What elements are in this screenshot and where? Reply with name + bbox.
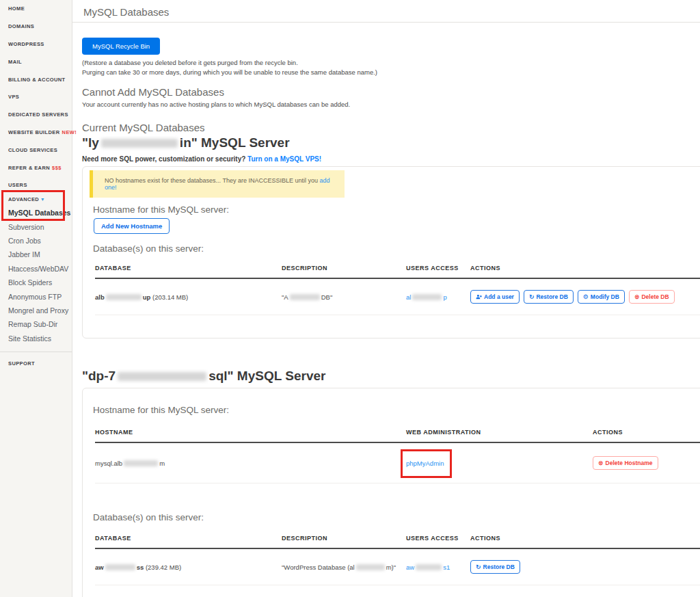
add-new-hostname-button[interactable]: Add New Hostname	[94, 218, 170, 234]
delete-hostname-button[interactable]: ⊗ Delete Hostname	[593, 456, 658, 470]
sidebar-item-website-builder[interactable]: WEBSITE BUILDERNEW!	[0, 124, 72, 142]
add-a-user-button[interactable]: Add a user	[470, 290, 520, 304]
redacted-text	[118, 372, 206, 381]
sidebar-item-anonymous-ftp[interactable]: Anonymous FTP	[0, 289, 72, 303]
sidebar-item-jabber-im[interactable]: Jabber IM	[0, 248, 72, 261]
recycle-note: (Restore a database you deleted before i…	[82, 58, 700, 77]
server2-name: "dp-7sql" MySQL Server	[82, 369, 700, 384]
redacted-text	[106, 294, 142, 300]
add-user-icon	[476, 294, 482, 300]
mysql-vps-link[interactable]: Turn on a MySQL VPS!	[247, 155, 321, 163]
restore-db-button[interactable]: ↻ Restore DB	[470, 560, 520, 574]
sidebar-item-wordpress[interactable]: WORDPRESS	[0, 36, 72, 53]
actions-cell: Add a user ↻ Restore DB ⚙ Modify DB ⊗	[470, 279, 700, 315]
restore-db-button[interactable]: ↻ Restore DB	[524, 290, 574, 304]
sidebar-item-domains[interactable]: DOMAINS	[0, 18, 72, 36]
sidebar-item-remap-sub-dir[interactable]: Remap Sub-Dir	[0, 317, 72, 331]
cannot-add-title: Cannot Add MySQL Databases	[82, 86, 700, 98]
table-header-row: HOSTNAME WEB ADMINISTRATION ACTIONS	[95, 426, 700, 443]
cannot-add-body: Your account currently has no active hos…	[82, 101, 700, 108]
redacted-text	[416, 564, 442, 570]
sidebar-item-htaccess-webdav[interactable]: Htaccess/WebDAV	[0, 262, 72, 276]
gear-icon: ⚙	[583, 294, 589, 300]
page-header: MySQL Databases	[72, 0, 700, 23]
vps-prompt: Need more SQL power, customization or se…	[82, 155, 700, 163]
current-databases-title: Current MySQL Databases	[82, 122, 700, 133]
sidebar-item-block-spiders[interactable]: Block Spiders	[0, 276, 72, 289]
new-badge: NEW!	[62, 129, 77, 135]
page-title: MySQL Databases	[83, 6, 700, 18]
redacted-text	[412, 294, 442, 300]
server2-panel: Hostname for this MySQL server: HOSTNAME…	[82, 388, 700, 597]
description-cell: "ADB"	[282, 282, 406, 312]
sidebar-item-cloud-services[interactable]: CLOUD SERVICES	[0, 141, 72, 159]
delete-icon: ⊗	[634, 294, 640, 300]
sidebar-item-cron-jobs[interactable]: Cron Jobs	[0, 234, 72, 248]
redacted-text	[105, 564, 135, 570]
modify-db-button[interactable]: ⚙ Modify DB	[578, 290, 625, 304]
sidebar-item-billing-account[interactable]: BILLING & ACCOUNT	[0, 70, 72, 88]
dollar-badge: $$$	[52, 165, 62, 171]
phpmyadmin-link[interactable]: phpMyAdmin	[406, 460, 444, 467]
sidebar-item-subversion[interactable]: Subversion	[0, 220, 72, 233]
sidebar: HOME DOMAINS WORDPRESS MAIL BILLING & AC…	[0, 0, 72, 597]
sidebar-item-mongrel-proxy[interactable]: Mongrel and Proxy	[0, 304, 72, 317]
sidebar-item-mysql-databases[interactable]: MySQL Databases	[0, 206, 72, 220]
redacted-text	[124, 460, 158, 466]
server1-databases-heading: Database(s) on this server:	[93, 243, 700, 254]
no-hostnames-warning: NO hostnames exist for these databases..…	[90, 170, 345, 198]
server2-hostname-table: HOSTNAME WEB ADMINISTRATION ACTIONS mysq…	[95, 426, 700, 483]
actions-cell: ↻ Restore DB	[470, 549, 700, 585]
restore-icon: ↻	[476, 564, 481, 570]
sidebar-advanced-group: ADVANCED ▾ MySQL Databases Subversion Cr…	[0, 192, 72, 345]
server1-name: "lyin" MySQL Server	[82, 135, 700, 150]
mysql-recycle-bin-button[interactable]: MySQL Recycle Bin	[82, 38, 160, 55]
sidebar-item-refer-earn[interactable]: REFER & EARN$$$	[0, 159, 72, 176]
sidebar-item-advanced[interactable]: ADVANCED ▾	[0, 192, 72, 206]
sidebar-divider	[0, 351, 72, 352]
web-administration-cell: phpMyAdmin	[406, 447, 593, 480]
main-content: MySQL Databases MySQL Recycle Bin (Resto…	[72, 0, 700, 597]
actions-cell: ⊗ Delete Hostname	[593, 443, 700, 483]
server1-hostname-heading: Hostname for this MySQL server:	[93, 204, 700, 215]
description-cell: "WordPress Database (alm)"	[282, 553, 406, 582]
server2-databases-heading: Database(s) on this server:	[93, 512, 700, 522]
users-access-cell: aws1	[406, 553, 470, 582]
table-header-row: DATABASE DESCRIPTION USERS ACCESS ACTION…	[95, 262, 700, 279]
database-name-cell: albup (203.14 MB)	[95, 282, 282, 312]
users-access-cell: alp	[406, 282, 470, 312]
delete-icon: ⊗	[598, 460, 604, 466]
table-row: awss (239.42 MB) "WordPress Database (al…	[95, 549, 700, 585]
db-user-link[interactable]: alp	[406, 293, 447, 301]
hostname-cell: mysql.albm	[95, 447, 406, 480]
sidebar-item-dedicated-servers[interactable]: DEDICATED SERVERS	[0, 106, 72, 124]
sidebar-item-mail[interactable]: MAIL	[0, 53, 72, 70]
database-name-cell: awss (239.42 MB)	[95, 553, 282, 582]
table-header-row: DATABASE DESCRIPTION USERS ACCESS ACTION…	[95, 532, 700, 549]
delete-db-button[interactable]: ⊗ Delete DB	[629, 290, 675, 304]
sidebar-item-vps[interactable]: VPS	[0, 88, 72, 106]
sidebar-item-site-statistics[interactable]: Site Statistics	[0, 332, 72, 345]
db-user-link[interactable]: aws1	[406, 563, 450, 571]
sidebar-item-support[interactable]: SUPPORT	[0, 358, 72, 368]
sidebar-item-users[interactable]: USERS	[0, 176, 72, 194]
redacted-text	[101, 139, 178, 148]
redacted-text	[290, 294, 320, 300]
restore-icon: ↻	[529, 294, 535, 300]
server2-hostname-heading: Hostname for this MySQL server:	[93, 405, 700, 415]
server1-database-table: DATABASE DESCRIPTION USERS ACCESS ACTION…	[95, 262, 700, 315]
chevron-down-icon: ▾	[41, 196, 44, 202]
sidebar-item-home[interactable]: HOME	[0, 0, 72, 18]
server2-database-table: DATABASE DESCRIPTION USERS ACCESS ACTION…	[95, 532, 700, 585]
table-row: mysql.albm phpMyAdmin ⊗ Delete Hostname	[95, 443, 700, 483]
server1-panel: NO hostnames exist for these databases..…	[82, 166, 700, 339]
redacted-text	[356, 564, 385, 570]
table-row: albup (203.14 MB) "ADB" alp Add a user	[95, 279, 700, 315]
